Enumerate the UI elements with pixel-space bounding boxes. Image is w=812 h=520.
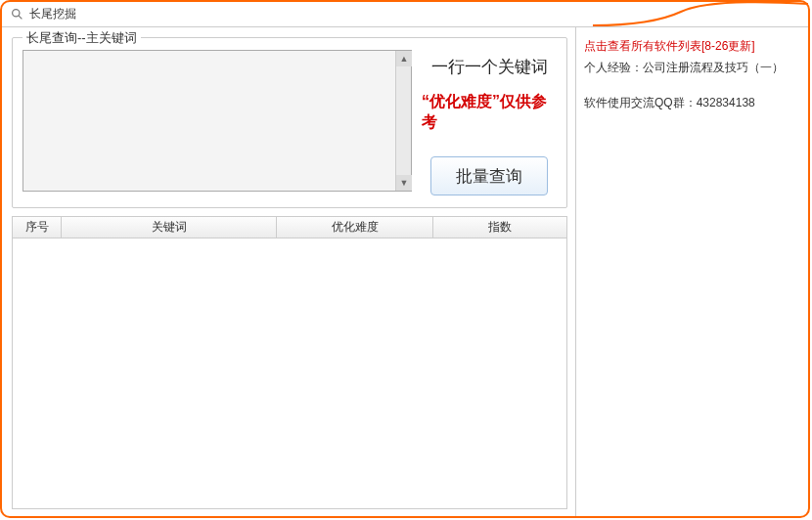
col-score[interactable]: 指数 [433, 217, 566, 238]
qq-group-number: 432834138 [697, 96, 755, 109]
qq-group-line: 软件使用交流QQ群：432834138 [584, 94, 800, 111]
keyword-textarea[interactable] [23, 51, 395, 191]
qq-group-label: 软件使用交流QQ群： [584, 96, 697, 109]
experience-text: 个人经验：公司注册流程及技巧（一） [584, 59, 800, 76]
batch-query-button[interactable]: 批量查询 [430, 156, 548, 195]
titlebar-decoration [593, 2, 808, 27]
titlebar: 长尾挖掘 [2, 2, 808, 27]
col-keyword[interactable]: 关键词 [62, 217, 277, 238]
content-area: 长尾查询--主关键词 ▲ ▼ 一行一个关键词 “优化难度”仅供参考 批量查询 [2, 27, 808, 516]
hint-difficulty-reference: “优化难度”仅供参考 [422, 92, 557, 133]
magnifier-icon [10, 8, 23, 22]
scroll-down-icon[interactable]: ▼ [396, 175, 412, 191]
left-panel: 长尾查询--主关键词 ▲ ▼ 一行一个关键词 “优化难度”仅供参考 批量查询 [2, 27, 575, 516]
results-table: 序号 关键词 优化难度 指数 [12, 216, 567, 509]
svg-point-0 [12, 10, 19, 17]
textarea-scrollbar[interactable]: ▲ ▼ [395, 51, 411, 191]
col-index[interactable]: 序号 [13, 217, 62, 238]
table-header-row: 序号 关键词 优化难度 指数 [13, 217, 566, 238]
app-window: 长尾挖掘 长尾查询--主关键词 ▲ ▼ 一行一个关键词 [0, 0, 810, 518]
all-software-link[interactable]: 点击查看所有软件列表[8-26更新] [584, 37, 800, 55]
hint-one-per-line: 一行一个关键词 [431, 56, 548, 78]
scroll-up-icon[interactable]: ▲ [396, 51, 412, 66]
controls-column: 一行一个关键词 “优化难度”仅供参考 批量查询 [422, 50, 557, 197]
query-groupbox: 长尾查询--主关键词 ▲ ▼ 一行一个关键词 “优化难度”仅供参考 批量查询 [12, 37, 567, 208]
svg-line-1 [19, 16, 22, 19]
groupbox-legend: 长尾查询--主关键词 [23, 29, 141, 47]
col-difficulty[interactable]: 优化难度 [277, 217, 433, 238]
right-sidebar: 点击查看所有软件列表[8-26更新] 个人经验：公司注册流程及技巧（一） 软件使… [575, 27, 808, 516]
window-title: 长尾挖掘 [29, 6, 76, 22]
keyword-textarea-wrap: ▲ ▼ [23, 50, 412, 192]
